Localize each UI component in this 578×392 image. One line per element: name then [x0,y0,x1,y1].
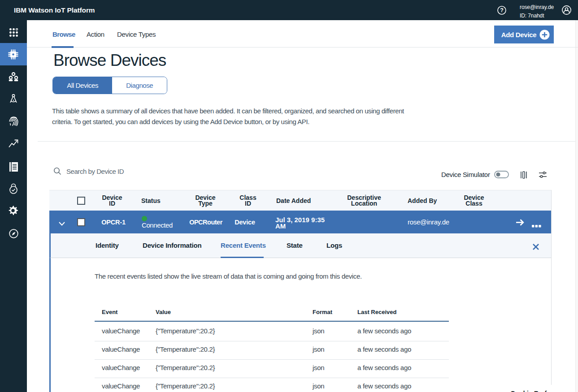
svg-text:?: ? [500,7,504,13]
